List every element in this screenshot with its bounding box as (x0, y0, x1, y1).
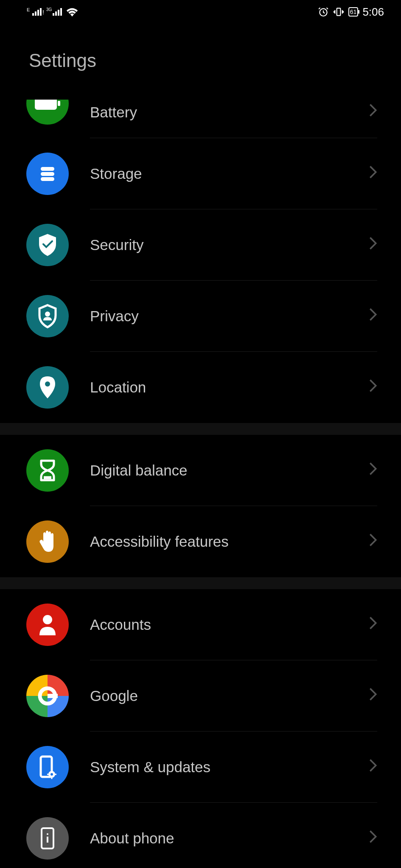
svg-rect-6 (41, 177, 54, 181)
battery-status-icon: 61 (348, 7, 359, 17)
settings-item-label: Digital balance (90, 462, 369, 479)
svg-rect-11 (48, 694, 58, 698)
settings-item-label: About phone (90, 830, 369, 847)
chevron-right-icon (369, 687, 377, 705)
settings-item-label: Accounts (90, 616, 369, 633)
settings-item-about-phone[interactable]: About phone (0, 803, 401, 868)
settings-item-label: Accessibility features (90, 533, 369, 550)
svg-rect-1 (337, 8, 340, 15)
settings-item-system-updates[interactable]: System & updates (0, 732, 401, 803)
settings-section: Digital balance Accessibility features (0, 435, 401, 577)
person-icon (26, 604, 69, 646)
privacy-icon (26, 295, 69, 337)
hourglass-icon (26, 449, 69, 492)
settings-item-accounts[interactable]: Accounts (0, 589, 401, 660)
status-bar: E ! 3G (0, 0, 401, 24)
settings-section: Accounts Google (0, 589, 401, 868)
settings-list: Battery Storage (0, 86, 401, 868)
chevron-right-icon (369, 533, 377, 551)
section-divider (0, 577, 401, 589)
chevron-right-icon (369, 462, 377, 480)
chevron-right-icon (369, 307, 377, 326)
signal-1-icon: E ! (28, 8, 44, 16)
chevron-right-icon (369, 378, 377, 397)
settings-item-battery[interactable]: Battery (0, 86, 401, 138)
chevron-right-icon (369, 103, 377, 121)
settings-item-google[interactable]: Google (0, 660, 401, 732)
chevron-right-icon (369, 616, 377, 634)
settings-item-security[interactable]: Security (0, 209, 401, 281)
status-left: E ! 3G (28, 7, 78, 17)
svg-rect-4 (41, 167, 54, 171)
wifi-icon (66, 7, 78, 17)
settings-item-label: Storage (90, 165, 369, 182)
settings-item-label: Location (90, 379, 369, 396)
alarm-icon (318, 6, 329, 17)
phone-gear-icon (26, 746, 69, 788)
chevron-right-icon (369, 165, 377, 183)
settings-item-label: Security (90, 236, 369, 253)
svg-point-14 (50, 773, 53, 776)
settings-item-privacy[interactable]: Privacy (0, 281, 401, 352)
google-icon (26, 675, 69, 717)
svg-point-7 (45, 312, 50, 317)
settings-item-label: Google (90, 687, 369, 704)
storage-icon (26, 153, 69, 195)
svg-rect-2 (35, 97, 57, 110)
hand-icon (26, 520, 69, 563)
svg-rect-5 (41, 172, 54, 176)
vibrate-icon (333, 6, 344, 17)
settings-item-storage[interactable]: Storage (0, 138, 401, 209)
settings-item-digital-balance[interactable]: Digital balance (0, 435, 401, 506)
chevron-right-icon (369, 829, 377, 848)
status-right: 61 5:06 (318, 6, 384, 19)
security-icon (26, 224, 69, 266)
settings-item-label: System & updates (90, 759, 369, 776)
svg-rect-3 (58, 101, 60, 106)
settings-section: Battery Storage (0, 86, 401, 423)
section-divider (0, 423, 401, 435)
settings-item-label: Privacy (90, 308, 369, 325)
battery-icon (26, 82, 69, 125)
chevron-right-icon (369, 758, 377, 776)
svg-point-9 (43, 615, 52, 624)
svg-point-8 (45, 381, 50, 387)
settings-item-location[interactable]: Location (0, 352, 401, 423)
settings-item-accessibility[interactable]: Accessibility features (0, 506, 401, 577)
settings-item-label: Battery (90, 104, 369, 121)
chevron-right-icon (369, 236, 377, 254)
svg-point-20 (47, 833, 48, 835)
phone-info-icon (26, 817, 69, 860)
signal-2-icon: 3G (48, 8, 62, 16)
location-icon (26, 366, 69, 409)
page-title: Settings (0, 24, 401, 71)
clock-time: 5:06 (362, 6, 384, 19)
